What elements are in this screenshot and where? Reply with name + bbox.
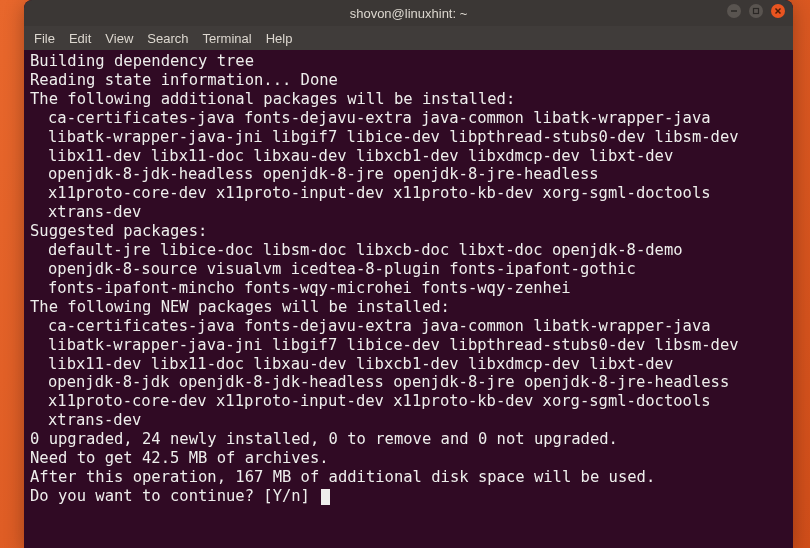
maximize-button[interactable] — [749, 4, 763, 18]
svg-rect-1 — [754, 9, 759, 14]
output-line: fonts-ipafont-mincho fonts-wqy-microhei … — [30, 279, 787, 298]
output-line: libx11-dev libx11-doc libxau-dev libxcb1… — [30, 147, 787, 166]
output-line: 0 upgraded, 24 newly installed, 0 to rem… — [30, 430, 787, 449]
terminal-body[interactable]: Building dependency treeReading state in… — [24, 50, 793, 548]
output-line: xtrans-dev — [30, 411, 787, 430]
prompt-line: Do you want to continue? [Y/n] — [30, 487, 787, 506]
output-line: Reading state information... Done — [30, 71, 787, 90]
output-line: The following NEW packages will be insta… — [30, 298, 787, 317]
output-line: default-jre libice-doc libsm-doc libxcb-… — [30, 241, 787, 260]
output-line: openjdk-8-source visualvm icedtea-8-plug… — [30, 260, 787, 279]
menu-file[interactable]: File — [34, 31, 55, 46]
menu-view[interactable]: View — [105, 31, 133, 46]
menu-help[interactable]: Help — [266, 31, 293, 46]
output-line: xtrans-dev — [30, 203, 787, 222]
output-line: x11proto-core-dev x11proto-input-dev x11… — [30, 184, 787, 203]
output-line: x11proto-core-dev x11proto-input-dev x11… — [30, 392, 787, 411]
output-line: The following additional packages will b… — [30, 90, 787, 109]
output-line: ca-certificates-java fonts-dejavu-extra … — [30, 317, 787, 336]
output-line: libx11-dev libx11-doc libxau-dev libxcb1… — [30, 355, 787, 374]
output-line: openjdk-8-jdk openjdk-8-jdk-headless ope… — [30, 373, 787, 392]
output-line: ca-certificates-java fonts-dejavu-extra … — [30, 109, 787, 128]
output-line: Need to get 42.5 MB of archives. — [30, 449, 787, 468]
menu-search[interactable]: Search — [147, 31, 188, 46]
output-line: After this operation, 167 MB of addition… — [30, 468, 787, 487]
window-title: shovon@linuxhint: ~ — [350, 6, 468, 21]
menu-terminal[interactable]: Terminal — [203, 31, 252, 46]
output-line: Building dependency tree — [30, 52, 787, 71]
prompt-text: Do you want to continue? [Y/n] — [30, 487, 319, 505]
output-line: openjdk-8-jdk-headless openjdk-8-jre ope… — [30, 165, 787, 184]
window-controls — [727, 4, 785, 18]
minimize-button[interactable] — [727, 4, 741, 18]
output-line: libatk-wrapper-java-jni libgif7 libice-d… — [30, 128, 787, 147]
cursor — [321, 489, 330, 505]
output-line: Suggested packages: — [30, 222, 787, 241]
menubar: File Edit View Search Terminal Help — [24, 26, 793, 50]
close-button[interactable] — [771, 4, 785, 18]
titlebar[interactable]: shovon@linuxhint: ~ — [24, 0, 793, 26]
menu-edit[interactable]: Edit — [69, 31, 91, 46]
terminal-window: shovon@linuxhint: ~ File Edit View Searc… — [24, 0, 793, 548]
output-line: libatk-wrapper-java-jni libgif7 libice-d… — [30, 336, 787, 355]
